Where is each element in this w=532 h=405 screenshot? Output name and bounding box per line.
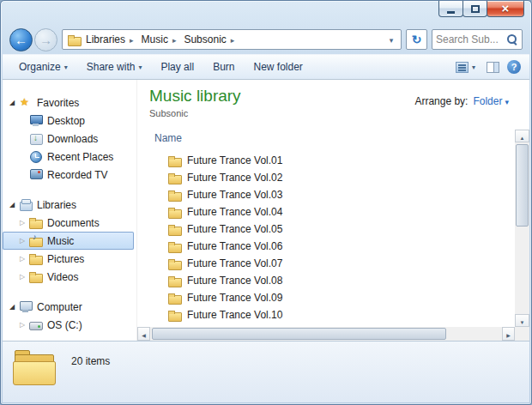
big-folder-icon [13,348,57,390]
expander-icon[interactable] [18,219,27,227]
music-icon [29,234,43,247]
expander-icon[interactable] [8,99,16,107]
folder-icon [168,206,182,219]
folder-icon [168,172,182,184]
close-button[interactable] [487,1,524,17]
file-row[interactable]: Future Trance Vol.01 [154,152,509,169]
toolbar-button-play-all[interactable]: Play all [153,57,202,76]
scroll-down-button[interactable] [515,314,529,327]
maximize-button[interactable] [462,1,487,17]
expander-icon[interactable] [18,237,27,245]
caption-buttons [439,1,524,17]
navigation-bar: ← → LibrariesMusicSubsonic [3,25,529,54]
sidebar-item-label: Recorded TV [45,169,107,181]
sidebar-item-label: Favorites [35,97,79,109]
toolbar-button-label: New folder [253,61,302,73]
chevron-down-icon: ▾ [138,63,142,71]
refresh-button[interactable] [406,29,427,50]
file-row[interactable]: Future Trance Vol.02 [154,169,509,186]
folder-icon [168,309,182,322]
sidebar-item-recent-places[interactable]: Recent Places [3,148,136,166]
sidebar-item-desktop[interactable]: Desktop [3,112,136,130]
views-icon [456,62,469,73]
close-icon [502,2,510,15]
arrow-up-icon [520,130,525,142]
sidebar-item-recorded-tv[interactable]: Recorded TV [3,166,136,184]
search-box[interactable] [432,29,523,50]
file-row[interactable]: Future Trance Vol.08 [154,272,509,289]
search-icon[interactable] [506,33,518,45]
file-row[interactable]: Future Trance Vol.04 [154,203,509,221]
help-button[interactable] [507,60,521,74]
breadcrumb-item-subsonic[interactable]: Subsonic [181,31,239,48]
sidebar-item-label: Music [45,235,74,247]
forward-button[interactable]: → [34,28,57,51]
sidebar-item-label: Computer [35,301,82,313]
sidebar-section-computer: ComputerOS (C:) [3,298,136,334]
file-name: Future Trance Vol.01 [187,154,282,166]
sidebar-item-pictures[interactable]: Pictures [3,250,136,268]
sidebar-item-videos[interactable]: Videos [3,268,136,286]
file-row[interactable]: Future Trance Vol.06 [154,238,509,255]
file-name: Future Trance Vol.02 [187,172,282,184]
computer-icon [19,300,33,313]
expander-icon[interactable] [18,273,27,281]
toolbar-button-organize[interactable]: Organize▾ [11,57,76,76]
expander-icon[interactable] [8,201,16,209]
sidebar-item-computer[interactable]: Computer [3,298,136,316]
file-row[interactable]: Future Trance Vol.07 [154,255,509,272]
address-bar[interactable]: LibrariesMusicSubsonic [62,29,402,50]
sidebar-item-label: Libraries [35,199,76,211]
back-button[interactable]: ← [9,28,33,51]
sidebar-item-music[interactable]: Music [3,232,134,250]
vertical-scrollbar[interactable] [515,130,529,327]
sidebar-section-libraries: LibrariesDocumentsMusicPicturesVideos [3,196,136,286]
file-list: Future Trance Vol.01Future Trance Vol.02… [154,152,509,325]
breadcrumb-item-libraries[interactable]: Libraries [83,31,139,48]
file-row[interactable]: Future Trance Vol.05 [154,221,509,238]
search-input[interactable] [436,33,506,45]
chevron-down-icon[interactable] [385,33,397,45]
scroll-left-button[interactable] [137,327,150,341]
sidebar-item-libraries[interactable]: Libraries [3,196,136,214]
folder-icon [168,240,182,253]
scroll-up-button[interactable] [515,130,529,142]
views-button[interactable]: ▾ [452,59,479,76]
folder-icon [168,292,182,305]
scroll-right-button[interactable] [502,327,515,341]
expander-icon[interactable] [18,321,27,329]
preview-pane-button[interactable] [487,62,499,73]
sidebar-item-documents[interactable]: Documents [3,214,136,232]
horizontal-scrollbar[interactable] [137,327,515,341]
arrow-left-icon [142,328,146,340]
vertical-scroll-thumb[interactable] [516,144,529,227]
file-row[interactable]: Future Trance Vol.03 [154,186,509,203]
arrow-right-icon: → [39,33,52,46]
breadcrumb-item-music[interactable]: Music [139,31,182,48]
sidebar-item-os-c[interactable]: OS (C:) [3,316,136,334]
arrange-by-button[interactable]: Folder [473,95,509,107]
toolbar-button-new-folder[interactable]: New folder [245,57,310,76]
expander-icon[interactable] [8,303,16,311]
horizontal-scroll-thumb[interactable] [152,328,446,340]
sidebar-item-label: OS (C:) [45,319,82,331]
file-name: Future Trance Vol.05 [187,223,282,235]
column-header-name[interactable]: Name [154,132,182,144]
file-row[interactable]: Future Trance Vol.09 [154,289,509,306]
refresh-icon [412,33,422,46]
file-name: Future Trance Vol.08 [187,275,282,287]
toolbar-button-share-with[interactable]: Share with▾ [79,57,150,76]
minimize-button[interactable] [438,1,463,17]
chevron-down-icon [505,95,509,107]
minimize-icon [447,11,455,14]
toolbar-button-burn[interactable]: Burn [205,57,242,76]
file-row[interactable]: Future Trance Vol.10 [154,306,509,323]
disk-drive-icon [29,318,43,331]
sidebar-item-label: Videos [45,271,78,283]
sidebar-item-downloads[interactable]: Downloads [3,130,136,148]
folder-icon [168,257,182,270]
sidebar-item-label: Recent Places [45,151,113,163]
sidebar-item-favorites[interactable]: Favorites [3,94,136,112]
arrow-down-icon [520,315,525,327]
expander-icon[interactable] [18,255,27,263]
